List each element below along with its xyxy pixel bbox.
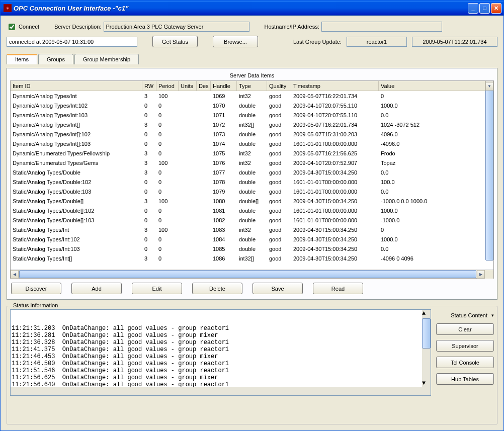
connection-status-field[interactable]: [7, 37, 137, 47]
cell-handle: 1083: [211, 227, 237, 233]
save-button[interactable]: Save: [253, 283, 303, 294]
cell-ts: 2009-04-30T15:00:34.250: [291, 246, 379, 252]
log-scroll-up-icon[interactable]: ▲: [422, 310, 426, 317]
cell-val: 0: [379, 93, 493, 99]
cell-type: double: [237, 131, 267, 137]
col-quality[interactable]: Quality: [267, 81, 291, 91]
scroll-left-icon[interactable]: ◀: [11, 270, 19, 279]
cell-rw: 0: [142, 217, 156, 223]
cell-handle: 1081: [211, 208, 237, 214]
window-buttons: _ □ ✕: [468, 3, 501, 14]
table-row[interactable]: Static/Analog Types/Double:102001078doub…: [11, 177, 493, 187]
cell-val: 0.0: [379, 246, 493, 252]
table-row[interactable]: Static/Analog Types/Double[]:103001082do…: [11, 215, 493, 225]
table-row[interactable]: Dynamic/Analog Types/Int[]301072int32[]g…: [11, 120, 493, 129]
table-row[interactable]: Dynamic/Analog Types/Int[]:102001073doub…: [11, 129, 493, 139]
cell-ts: 2009-04-30T15:00:34.250: [291, 236, 379, 242]
cell-id: Dynamic/Analog Types/Int:103: [11, 112, 142, 118]
log-hscroll[interactable]: ▶: [11, 387, 431, 395]
table-row[interactable]: Static/Analog Types/Int:103001085doubleg…: [11, 244, 493, 253]
col-rw[interactable]: RW: [142, 81, 156, 91]
cell-val: -4096 0 4096: [379, 255, 493, 262]
cell-period: 100: [156, 93, 179, 99]
col-period[interactable]: Period: [156, 81, 179, 91]
get-status-button[interactable]: Get Status: [152, 36, 198, 47]
delete-button[interactable]: Delete: [192, 283, 242, 294]
last-group-time: 2009-05-07T11:22:01.734: [412, 37, 497, 47]
cell-quality: good: [267, 236, 291, 242]
cell-quality: good: [267, 198, 291, 204]
titlebar[interactable]: ✶ OPC Connection User Interface -"c1" _ …: [1, 1, 503, 16]
col-timestamp[interactable]: Timestamp: [291, 81, 379, 91]
col-type[interactable]: Type: [237, 81, 267, 91]
browse-button[interactable]: Browse...: [213, 36, 258, 47]
add-button[interactable]: Add: [71, 283, 122, 294]
cell-val: 4096.0: [379, 131, 493, 137]
cell-period: 100: [156, 198, 179, 204]
cell-ts: 1601-01-01T00:00:00.000: [291, 141, 379, 147]
tab-items[interactable]: Items: [7, 54, 37, 64]
col-handle[interactable]: Handle: [211, 81, 237, 91]
cell-rw: 3: [142, 227, 156, 233]
tab-panel-items: Server Data Items Item ID RW Period Unit…: [7, 68, 497, 300]
table-row[interactable]: Static/Analog Types/Double[]:102001081do…: [11, 206, 493, 215]
maximize-button[interactable]: □: [479, 3, 490, 14]
status-content-dropdown[interactable]: Status Content: [436, 312, 494, 318]
table-row[interactable]: Dynamic/Analog Types/Int31001069int32goo…: [11, 91, 493, 101]
tcl-console-button[interactable]: Tcl Console: [436, 357, 494, 368]
discover-button[interactable]: Discover: [11, 283, 61, 294]
col-item-id[interactable]: Item ID: [11, 81, 142, 91]
table-row[interactable]: Dynamic/Analog Types/Int:102001070double…: [11, 101, 493, 110]
hscroll-thumb[interactable]: [19, 270, 476, 278]
log-scroll-down-icon[interactable]: ▼: [422, 380, 426, 387]
tab-group-membership[interactable]: Group Membership: [74, 54, 139, 64]
close-button[interactable]: ✕: [491, 3, 501, 14]
log-vscroll[interactable]: ▲ ▼: [422, 310, 431, 387]
col-value[interactable]: Value: [379, 81, 493, 91]
table-row[interactable]: Static/Analog Types/Double:103001079doub…: [11, 187, 493, 196]
scroll-down-icon[interactable]: ▼: [485, 82, 493, 91]
cell-quality: good: [267, 208, 291, 214]
cell-quality: good: [267, 255, 291, 262]
supervisor-button[interactable]: Supervisor: [436, 340, 494, 352]
minimize-button[interactable]: _: [468, 3, 478, 14]
cell-handle: 1082: [211, 217, 237, 223]
scroll-right-icon[interactable]: ▶: [477, 270, 485, 279]
table-hscroll[interactable]: ◀ ▶: [11, 270, 493, 278]
cell-type: int32: [237, 227, 267, 233]
table-row[interactable]: Static/Analog Types/Double[]31001080doub…: [11, 196, 493, 206]
cell-val: 1000.0: [379, 103, 493, 109]
edit-button[interactable]: Edit: [132, 283, 182, 294]
table-row[interactable]: Dynamic/Analog Types/Int:103001071double…: [11, 110, 493, 120]
tab-groups[interactable]: Groups: [38, 54, 73, 64]
clear-button[interactable]: Clear: [436, 323, 494, 335]
col-des[interactable]: Des: [197, 81, 211, 91]
cell-ts: 2009-05-07T16:21:56.625: [291, 150, 379, 156]
read-button[interactable]: Read: [313, 283, 363, 294]
cell-period: 100: [156, 160, 179, 166]
table-row[interactable]: Dynamic/Enumerated Types/Fellowship30107…: [11, 148, 493, 158]
table-row[interactable]: Dynamic/Analog Types/Int[]:103001074doub…: [11, 139, 493, 148]
col-units[interactable]: Units: [179, 81, 197, 91]
table-row[interactable]: Static/Analog Types/Int31001083int32good…: [11, 225, 493, 234]
cell-rw: 0: [142, 179, 156, 185]
table-header-row: Item ID RW Period Units Des Handle Type …: [11, 81, 493, 91]
table-vscroll[interactable]: ▲ ▼: [485, 81, 493, 91]
cell-period: 0: [156, 246, 179, 252]
table-row[interactable]: Static/Analog Types/Double301077doublego…: [11, 167, 493, 177]
cell-val: 1000.0: [379, 208, 493, 214]
cell-period: 0: [156, 179, 179, 185]
cell-quality: good: [267, 93, 291, 99]
server-desc-value: Production Area 3 PLC Gateway Server: [104, 22, 249, 32]
table-row[interactable]: Static/Analog Types/Int[]301086int32[]go…: [11, 253, 493, 263]
connect-checkbox[interactable]: [9, 24, 15, 30]
cell-period: 0: [156, 236, 179, 242]
status-log[interactable]: 11:21:31.203 OnDataChange: all good valu…: [10, 309, 431, 396]
cell-quality: good: [267, 103, 291, 109]
app-icon: ✶: [4, 4, 12, 12]
table-row[interactable]: Static/Analog Types/Int:102001084doubleg…: [11, 234, 493, 244]
table-row[interactable]: Dynamic/Enumerated Types/Gems31001076int…: [11, 158, 493, 167]
connect-checkbox-wrap[interactable]: Connect: [7, 22, 39, 32]
log-scroll-thumb[interactable]: [422, 318, 431, 349]
hub-tables-button[interactable]: Hub Tables: [436, 373, 494, 385]
